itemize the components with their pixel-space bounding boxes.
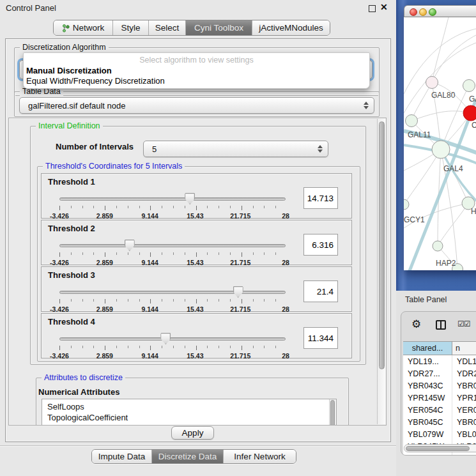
threshold-2-slider[interactable]: -3.426 2.859 9.144 15.43 21.715 28 (59, 242, 286, 266)
network-window-titlebar[interactable] (404, 5, 476, 17)
column-header-shared[interactable]: shared... (403, 342, 452, 355)
table-row[interactable]: YBR043C YBR0 (403, 380, 476, 392)
top-tab-bar: Network Style Select Cyni Toolbox jActiv… (53, 20, 330, 36)
tick-label: 15.43 (187, 305, 203, 313)
slider-track[interactable] (59, 197, 286, 201)
threshold-1-slider[interactable]: -3.426 2.859 9.144 15.43 21.715 28 (59, 195, 286, 219)
apply-button[interactable]: Apply (171, 426, 214, 440)
slider-major-ticks (59, 252, 287, 257)
tab-cyni-toolbox[interactable]: Cyni Toolbox (186, 20, 252, 35)
tab-network[interactable]: Network (54, 20, 113, 35)
tick-label: 21.715 (230, 259, 250, 266)
tick-label: 9.144 (141, 352, 158, 360)
table-hscrollbar-thumb[interactable] (406, 446, 470, 451)
list-item[interactable]: BetweennessCentrality (42, 423, 336, 426)
threshold-1-value[interactable]: 14.713 (303, 187, 338, 209)
tick-label: 28 (282, 212, 289, 220)
threshold-3-label: Threshold 3 (48, 270, 95, 280)
threshold-coords-label: Threshold's Coordinates for 5 Intervals (43, 162, 185, 171)
tick-label: 9.144 (141, 212, 158, 220)
list-scrollbar[interactable] (329, 399, 336, 426)
list-scrollbar-thumb[interactable] (330, 400, 335, 426)
columns-icon[interactable] (436, 320, 446, 330)
threshold-3-value[interactable]: 21.4 (303, 280, 338, 302)
threshold-4-label: Threshold 4 (48, 317, 95, 326)
slider-thumb[interactable] (185, 193, 195, 204)
table-panel-title: Table Panel (405, 295, 447, 304)
table-data-combo[interactable]: galFiltered.sif default node (19, 97, 374, 114)
node-gal80[interactable] (426, 77, 438, 89)
list-item[interactable]: TopologicalCoefficient (42, 412, 336, 423)
table-row[interactable]: YER054C YER0 (403, 404, 476, 416)
tab-discretize-data[interactable]: Discretize Data (152, 450, 224, 463)
tab-infer-network[interactable]: Infer Network (224, 450, 296, 463)
popup-option-equal-width[interactable]: Equal Width/Frequency Discretization (26, 76, 165, 86)
node-label: GA (469, 95, 476, 104)
tick-label: 21.715 (230, 305, 250, 313)
tab-style[interactable]: Style (113, 20, 149, 35)
tab-jactivemnodules[interactable]: jActiveMNodules (252, 20, 330, 35)
tick-label: 15.43 (187, 259, 203, 266)
select-columns-checkboxes-icon[interactable]: ☑☑ (457, 319, 470, 328)
tick-label: 21.715 (230, 212, 250, 220)
slider-track[interactable] (59, 244, 286, 247)
zoom-traffic-light-icon[interactable] (429, 8, 436, 16)
network-canvas[interactable]: GAL80 GA C GAL11 GAL4 GCY1 H HAP2 (404, 17, 476, 270)
close-traffic-light-icon[interactable] (410, 8, 417, 16)
num-intervals-combo[interactable]: 5 (143, 141, 328, 157)
float-window-icon[interactable] (369, 5, 376, 12)
attributes-group-label: Attributes to discretize (42, 373, 125, 382)
node-hap2[interactable] (433, 241, 443, 251)
node-selected-red[interactable] (463, 105, 476, 121)
control-panel-titlebar: Control Panel ✕ (0, 0, 396, 17)
threshold-4-slider[interactable]: -3.426 2.859 9.144 15.43 21.715 28 (59, 335, 286, 359)
network-icon (62, 24, 70, 33)
node-label: GAL11 (408, 130, 431, 139)
node-ga[interactable] (463, 80, 475, 92)
table-row[interactable]: YPR145W YPR1 (403, 392, 476, 404)
gear-icon[interactable]: ⚙ (411, 318, 421, 331)
bottom-tab-bar: Impute Data Discretize Data Infer Networ… (91, 449, 296, 464)
table-row[interactable]: YDR27... YDR2 (403, 367, 476, 380)
threshold-1-box: Threshold 1 -3.426 2.859 9.144 15.43 21.… (41, 173, 352, 219)
tab-impute-data[interactable]: Impute Data (92, 450, 152, 463)
table-row[interactable]: YDL19... YDL1 (403, 355, 476, 367)
table-row[interactable]: YIL052C YIL0 (403, 452, 476, 456)
minimize-traffic-light-icon[interactable] (419, 8, 427, 16)
tick-label: -3.426 (50, 212, 69, 220)
threshold-3-slider[interactable]: -3.426 2.859 9.144 15.43 21.715 28 (59, 288, 286, 312)
list-item[interactable]: SelfLoops (42, 399, 336, 412)
slider-track[interactable] (59, 337, 286, 341)
table-panel: Table Panel ⚙ ☑☑ shared... n YDL19... YD… (396, 291, 476, 476)
node-gcy1[interactable] (404, 199, 409, 210)
slider-thumb[interactable] (125, 240, 135, 251)
tick-label: 28 (282, 352, 289, 360)
table-row[interactable]: YBR045C YBR0 (403, 416, 476, 428)
popup-option-manual[interactable]: Manual Discretization (26, 66, 112, 75)
table-horizontal-scrollbar[interactable] (404, 444, 476, 452)
threshold-coords-group: Threshold's Coordinates for 5 Intervals … (37, 166, 360, 362)
network-view-window[interactable]: GAL80 GA C GAL11 GAL4 GCY1 H HAP2 (404, 5, 476, 270)
tab-select[interactable]: Select (149, 20, 186, 35)
settings-scrollpane: Interval Definition Number of Intervals … (8, 118, 387, 426)
node-gal4[interactable] (432, 141, 450, 158)
interval-definition-group: Interval Definition Number of Intervals … (30, 126, 366, 365)
panel-scrollbar[interactable] (377, 119, 385, 424)
threshold-4-value[interactable]: 11.344 (303, 327, 338, 349)
close-icon[interactable]: ✕ (380, 2, 388, 12)
cytoscape-desktop: GAL80 GA C GAL11 GAL4 GCY1 H HAP2 (396, 0, 476, 291)
table-row[interactable]: YBL079W YBL0 (403, 428, 476, 440)
slider-thumb[interactable] (233, 286, 243, 298)
tick-label: 2.859 (96, 352, 113, 360)
combo-stepper-icon (364, 102, 369, 109)
panel-scrollbar-thumb[interactable] (379, 121, 385, 369)
tick-label: 28 (282, 259, 289, 266)
table-header-row: shared... n (403, 341, 476, 355)
column-header-name[interactable]: n (452, 342, 476, 355)
node-gal11[interactable] (406, 115, 418, 127)
slider-track[interactable] (59, 291, 286, 294)
numerical-attributes-list[interactable]: SelfLoops TopologicalCoefficient Between… (42, 399, 337, 426)
threshold-2-value[interactable]: 6.316 (303, 234, 338, 256)
slider-thumb[interactable] (160, 333, 171, 344)
tick-label: -3.426 (50, 352, 69, 360)
